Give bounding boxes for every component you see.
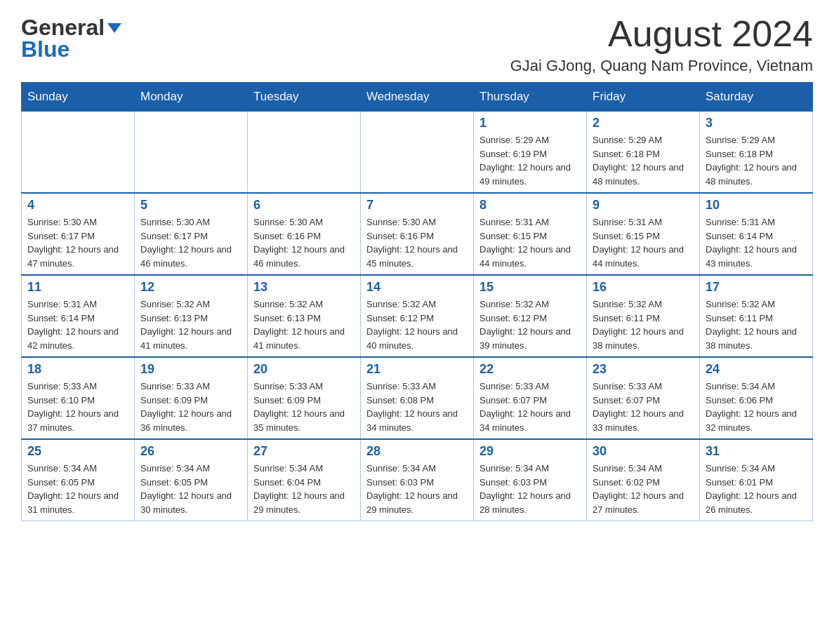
col-tuesday: Tuesday	[248, 83, 361, 112]
day-info: Sunrise: 5:34 AMSunset: 6:04 PMDaylight:…	[253, 462, 355, 516]
day-number: 3	[706, 116, 807, 130]
col-sunday: Sunday	[22, 83, 135, 112]
day-number: 9	[593, 198, 694, 213]
logo-triangle-icon	[107, 23, 121, 33]
col-thursday: Thursday	[474, 83, 587, 112]
day-number: 23	[593, 362, 694, 377]
table-row: 8Sunrise: 5:31 AMSunset: 6:15 PMDaylight…	[474, 193, 587, 275]
day-info: Sunrise: 5:34 AMSunset: 6:02 PMDaylight:…	[593, 462, 694, 516]
day-info: Sunrise: 5:30 AMSunset: 6:16 PMDaylight:…	[366, 215, 468, 270]
day-number: 15	[479, 280, 581, 295]
table-row: 5Sunrise: 5:30 AMSunset: 6:17 PMDaylight…	[135, 193, 248, 275]
day-info: Sunrise: 5:33 AMSunset: 6:07 PMDaylight:…	[479, 380, 581, 434]
table-row	[22, 112, 135, 194]
table-row: 31Sunrise: 5:34 AMSunset: 6:01 PMDayligh…	[700, 439, 813, 521]
table-row: 21Sunrise: 5:33 AMSunset: 6:08 PMDayligh…	[361, 357, 474, 439]
day-info: Sunrise: 5:31 AMSunset: 6:15 PMDaylight:…	[593, 215, 694, 270]
day-number: 16	[593, 280, 694, 295]
calendar-header-row: Sunday Monday Tuesday Wednesday Thursday…	[22, 83, 813, 112]
day-number: 8	[479, 198, 581, 213]
day-number: 1	[479, 116, 581, 130]
day-number: 21	[366, 362, 468, 377]
day-number: 25	[27, 444, 128, 459]
day-number: 6	[253, 198, 355, 213]
day-info: Sunrise: 5:32 AMSunset: 6:12 PMDaylight:…	[479, 297, 581, 352]
day-number: 27	[253, 444, 355, 459]
table-row: 28Sunrise: 5:34 AMSunset: 6:03 PMDayligh…	[361, 439, 474, 521]
day-info: Sunrise: 5:29 AMSunset: 6:18 PMDaylight:…	[706, 133, 807, 188]
day-number: 24	[706, 362, 807, 377]
table-row: 1Sunrise: 5:29 AMSunset: 6:19 PMDaylight…	[474, 112, 587, 194]
day-number: 31	[706, 444, 807, 459]
day-info: Sunrise: 5:30 AMSunset: 6:16 PMDaylight:…	[253, 215, 355, 270]
day-number: 19	[140, 362, 241, 377]
table-row: 24Sunrise: 5:34 AMSunset: 6:06 PMDayligh…	[700, 357, 813, 439]
calendar-week-row: 25Sunrise: 5:34 AMSunset: 6:05 PMDayligh…	[22, 439, 813, 521]
day-number: 29	[479, 444, 581, 459]
day-info: Sunrise: 5:33 AMSunset: 6:09 PMDaylight:…	[253, 380, 355, 434]
col-wednesday: Wednesday	[361, 83, 474, 112]
logo: General Blue	[21, 14, 121, 60]
table-row	[248, 112, 361, 194]
calendar-week-row: 1Sunrise: 5:29 AMSunset: 6:19 PMDaylight…	[22, 112, 813, 194]
day-info: Sunrise: 5:33 AMSunset: 6:10 PMDaylight:…	[27, 380, 128, 434]
table-row: 19Sunrise: 5:33 AMSunset: 6:09 PMDayligh…	[135, 357, 248, 439]
day-info: Sunrise: 5:32 AMSunset: 6:13 PMDaylight:…	[253, 297, 355, 352]
day-number: 14	[366, 280, 468, 295]
table-row: 18Sunrise: 5:33 AMSunset: 6:10 PMDayligh…	[22, 357, 135, 439]
day-number: 28	[366, 444, 468, 459]
day-number: 18	[27, 362, 128, 377]
page-header: General Blue August 2024 GJai GJong, Qua…	[21, 14, 813, 75]
calendar-week-row: 11Sunrise: 5:31 AMSunset: 6:14 PMDayligh…	[22, 275, 813, 357]
table-row: 29Sunrise: 5:34 AMSunset: 6:03 PMDayligh…	[474, 439, 587, 521]
day-info: Sunrise: 5:32 AMSunset: 6:11 PMDaylight:…	[706, 297, 807, 352]
table-row: 15Sunrise: 5:32 AMSunset: 6:12 PMDayligh…	[474, 275, 587, 357]
calendar-week-row: 18Sunrise: 5:33 AMSunset: 6:10 PMDayligh…	[22, 357, 813, 439]
table-row: 7Sunrise: 5:30 AMSunset: 6:16 PMDaylight…	[361, 193, 474, 275]
day-info: Sunrise: 5:29 AMSunset: 6:18 PMDaylight:…	[593, 133, 694, 188]
table-row: 26Sunrise: 5:34 AMSunset: 6:05 PMDayligh…	[135, 439, 248, 521]
col-friday: Friday	[587, 83, 700, 112]
table-row: 9Sunrise: 5:31 AMSunset: 6:15 PMDaylight…	[587, 193, 700, 275]
col-monday: Monday	[135, 83, 248, 112]
day-number: 5	[140, 198, 241, 213]
day-info: Sunrise: 5:33 AMSunset: 6:07 PMDaylight:…	[593, 380, 694, 434]
day-info: Sunrise: 5:29 AMSunset: 6:19 PMDaylight:…	[479, 133, 581, 188]
day-info: Sunrise: 5:31 AMSunset: 6:15 PMDaylight:…	[479, 215, 581, 270]
table-row: 13Sunrise: 5:32 AMSunset: 6:13 PMDayligh…	[248, 275, 361, 357]
day-info: Sunrise: 5:33 AMSunset: 6:09 PMDaylight:…	[140, 380, 241, 434]
table-row: 16Sunrise: 5:32 AMSunset: 6:11 PMDayligh…	[587, 275, 700, 357]
month-title: August 2024	[510, 14, 813, 54]
table-row: 14Sunrise: 5:32 AMSunset: 6:12 PMDayligh…	[361, 275, 474, 357]
table-row: 6Sunrise: 5:30 AMSunset: 6:16 PMDaylight…	[248, 193, 361, 275]
table-row: 22Sunrise: 5:33 AMSunset: 6:07 PMDayligh…	[474, 357, 587, 439]
table-row: 23Sunrise: 5:33 AMSunset: 6:07 PMDayligh…	[587, 357, 700, 439]
day-number: 22	[479, 362, 581, 377]
day-number: 10	[706, 198, 807, 213]
table-row: 30Sunrise: 5:34 AMSunset: 6:02 PMDayligh…	[587, 439, 700, 521]
table-row: 25Sunrise: 5:34 AMSunset: 6:05 PMDayligh…	[22, 439, 135, 521]
day-number: 20	[253, 362, 355, 377]
table-row: 3Sunrise: 5:29 AMSunset: 6:18 PMDaylight…	[700, 112, 813, 194]
day-number: 7	[366, 198, 468, 213]
table-row: 12Sunrise: 5:32 AMSunset: 6:13 PMDayligh…	[135, 275, 248, 357]
day-number: 4	[27, 198, 128, 213]
day-number: 26	[140, 444, 241, 459]
day-info: Sunrise: 5:31 AMSunset: 6:14 PMDaylight:…	[27, 297, 128, 352]
day-number: 17	[706, 280, 807, 295]
col-saturday: Saturday	[700, 83, 813, 112]
day-info: Sunrise: 5:34 AMSunset: 6:01 PMDaylight:…	[706, 462, 807, 516]
day-info: Sunrise: 5:32 AMSunset: 6:12 PMDaylight:…	[366, 297, 468, 352]
day-number: 11	[27, 280, 128, 295]
day-info: Sunrise: 5:34 AMSunset: 6:03 PMDaylight:…	[366, 462, 468, 516]
day-info: Sunrise: 5:34 AMSunset: 6:05 PMDaylight:…	[27, 462, 128, 516]
calendar-table: Sunday Monday Tuesday Wednesday Thursday…	[21, 82, 813, 521]
table-row: 27Sunrise: 5:34 AMSunset: 6:04 PMDayligh…	[248, 439, 361, 521]
day-number: 12	[140, 280, 241, 295]
table-row: 10Sunrise: 5:31 AMSunset: 6:14 PMDayligh…	[700, 193, 813, 275]
table-row: 17Sunrise: 5:32 AMSunset: 6:11 PMDayligh…	[700, 275, 813, 357]
day-info: Sunrise: 5:31 AMSunset: 6:14 PMDaylight:…	[706, 215, 807, 270]
day-info: Sunrise: 5:30 AMSunset: 6:17 PMDaylight:…	[140, 215, 241, 270]
title-area: August 2024 GJai GJong, Quang Nam Provin…	[510, 14, 813, 75]
day-info: Sunrise: 5:34 AMSunset: 6:06 PMDaylight:…	[706, 380, 807, 434]
